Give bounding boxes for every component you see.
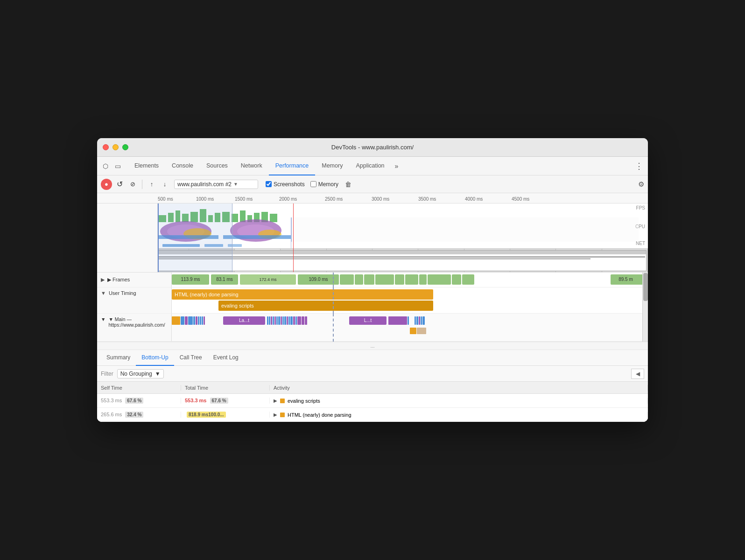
grouping-select[interactable]: No Grouping ▼	[117, 369, 164, 378]
window-title: DevTools - www.paulirish.com/	[331, 144, 414, 151]
ruler-tick-4: 2500 ms	[325, 196, 343, 202]
html-parsing-bar: HTML (nearly) done parsing	[172, 289, 433, 300]
main-label-text: ▼ Main — https://www.paulirish.com/	[108, 316, 168, 328]
table-row-0[interactable]: 553.3 ms 67.6 % 553.3 ms 67.6 % ▶ evalin…	[97, 394, 648, 408]
tab-memory[interactable]: Memory	[315, 157, 349, 175]
main-expand-icon[interactable]: ▼	[101, 316, 105, 322]
main-track: La...t	[172, 314, 648, 342]
ruler-tick-5: 3000 ms	[372, 196, 389, 202]
timeline-left-panel	[97, 203, 158, 273]
tab-event-log[interactable]: Event Log	[208, 350, 244, 366]
flame-ellipsis: ...	[97, 342, 648, 350]
frames-track: 113.9 ms 83.1 ms 172.4 ms 109.0 ms 89.5	[172, 273, 648, 287]
self-pct-badge-1: 32.4 %	[125, 412, 143, 418]
main-blocks-right	[388, 316, 409, 325]
grouping-value: No Grouping	[120, 371, 152, 377]
frames-label-text: ▶ Frames	[107, 277, 130, 283]
svg-rect-22	[223, 235, 291, 239]
tab-network[interactable]: Network	[234, 157, 269, 175]
upload-button[interactable]: ↑	[146, 179, 157, 190]
tabbar-icons: ⬡ ▭	[101, 161, 122, 171]
minimize-button[interactable]	[112, 144, 119, 150]
td-activity-1: ▶ HTML (nearly) done parsing	[270, 412, 648, 418]
screenshots-checkbox[interactable]: Screenshots	[266, 181, 305, 188]
timeline-overview[interactable]: 500 ms 1000 ms 1500 ms 2000 ms 2500 ms 3…	[97, 193, 648, 273]
frame-block-end	[633, 274, 643, 285]
traffic-lights	[103, 144, 128, 150]
clear-button[interactable]: ⊘	[127, 179, 138, 190]
bottom-tabs: Summary Bottom-Up Call Tree Event Log	[97, 350, 648, 366]
user-timing-row: ▼ User Timing HTML (nearly) done parsing…	[97, 287, 648, 314]
main-blocks-mid	[267, 316, 307, 325]
expand-arrow-1[interactable]: ▶	[274, 412, 277, 417]
flame-scrollbar[interactable]	[642, 273, 648, 342]
tabs-more-button[interactable]: »	[391, 162, 402, 170]
ruler-tick-6: 3500 ms	[418, 196, 436, 202]
memory-checkbox[interactable]: Memory	[310, 181, 338, 188]
main-row: ▼ ▼ Main — https://www.paulirish.com/	[97, 314, 648, 342]
memory-label: Memory	[318, 181, 338, 188]
user-timing-label-text: User Timing	[109, 290, 136, 296]
frames-label[interactable]: ▶ ▶ Frames	[97, 273, 172, 287]
frame-blocks-right	[340, 274, 601, 285]
flame-area: ▶ ▶ Frames 113.9 ms 83.1 ms 172.4 ms 109…	[97, 273, 648, 342]
trash-icon[interactable]: 🗑	[345, 181, 351, 188]
collapse-button[interactable]: ◀	[631, 369, 644, 379]
tabbar: ⬡ ▭ Elements Console Sources Network Per…	[97, 157, 648, 175]
ruler-tick-1: 1000 ms	[196, 196, 214, 202]
ruler-tick-2: 1500 ms	[235, 196, 253, 202]
gear-icon[interactable]: ⚙	[638, 180, 644, 189]
ruler-tick-8: 4500 ms	[512, 196, 529, 202]
selected-region[interactable]	[158, 203, 232, 273]
main-block-laut: La...t	[223, 316, 265, 325]
screenshots-checkbox-input[interactable]	[266, 181, 272, 187]
record-button[interactable]: ●	[101, 179, 112, 190]
main-block-lt: L...t	[349, 316, 387, 325]
th-activity: Activity	[270, 385, 648, 391]
dock-icon[interactable]: ▭	[113, 161, 122, 171]
table-row-1[interactable]: 265.6 ms 32.4 % 818.9 ms100.0... ▶ HTML …	[97, 408, 648, 422]
frames-row: ▶ ▶ Frames 113.9 ms 83.1 ms 172.4 ms 109…	[97, 273, 648, 287]
timeline-ruler: 500 ms 1000 ms 1500 ms 2000 ms 2500 ms 3…	[97, 193, 648, 203]
svg-rect-24	[291, 217, 639, 242]
dashed-line-3	[333, 314, 334, 342]
frame-block-2: 172.4 ms	[240, 274, 296, 285]
td-self-time-1: 265.6 ms 32.4 %	[97, 412, 181, 418]
devtools-menu-button[interactable]: ⋮	[634, 161, 644, 171]
self-pct-badge-0: 67.6 %	[125, 398, 143, 404]
tab-sources[interactable]: Sources	[200, 157, 234, 175]
url-select[interactable]: www.paulirish.com #2 ▼	[174, 180, 258, 189]
tab-application[interactable]: Application	[349, 157, 391, 175]
maximize-button[interactable]	[122, 144, 128, 150]
close-button[interactable]	[103, 144, 109, 150]
user-timing-expand-icon[interactable]: ▼	[101, 290, 106, 296]
tab-summary[interactable]: Summary	[101, 350, 136, 366]
toolbar: ● ↺ ⊘ ↑ ↓ www.paulirish.com #2 ▼ Screens…	[97, 175, 648, 193]
tab-performance[interactable]: Performance	[269, 157, 316, 175]
activity-label-0: evaling scripts	[288, 398, 320, 404]
screenshots-label: Screenshots	[274, 181, 305, 188]
user-timing-label[interactable]: ▼ User Timing	[97, 287, 172, 313]
cursor-icon[interactable]: ⬡	[101, 161, 110, 171]
activity-color-1	[280, 413, 285, 417]
tab-elements[interactable]: Elements	[128, 157, 165, 175]
tab-console[interactable]: Console	[165, 157, 200, 175]
timeline-cursor	[293, 203, 294, 273]
memory-checkbox-input[interactable]	[310, 181, 316, 187]
expand-arrow-0[interactable]: ▶	[274, 398, 277, 403]
toolbar-separator-1	[142, 180, 142, 189]
tabbar-end: ⋮	[634, 161, 644, 171]
tab-call-tree[interactable]: Call Tree	[174, 350, 208, 366]
frame-block-0: 113.9 ms	[172, 274, 209, 285]
frames-expand-icon[interactable]: ▶	[101, 277, 105, 283]
reload-button[interactable]: ↺	[114, 179, 125, 190]
total-pct-badge-0: 67.6 %	[210, 398, 228, 404]
activity-label-1: HTML (nearly) done parsing	[288, 412, 351, 418]
tab-bottom-up[interactable]: Bottom-Up	[136, 350, 174, 366]
dashed-line-2	[333, 287, 334, 314]
flame-scrollbar-thumb[interactable]	[643, 273, 648, 301]
frame-block-1: 83.1 ms	[211, 274, 238, 285]
download-button[interactable]: ↓	[159, 179, 170, 190]
main-label[interactable]: ▼ ▼ Main — https://www.paulirish.com/	[97, 314, 172, 341]
table-header: Self Time Total Time Activity	[97, 382, 648, 394]
